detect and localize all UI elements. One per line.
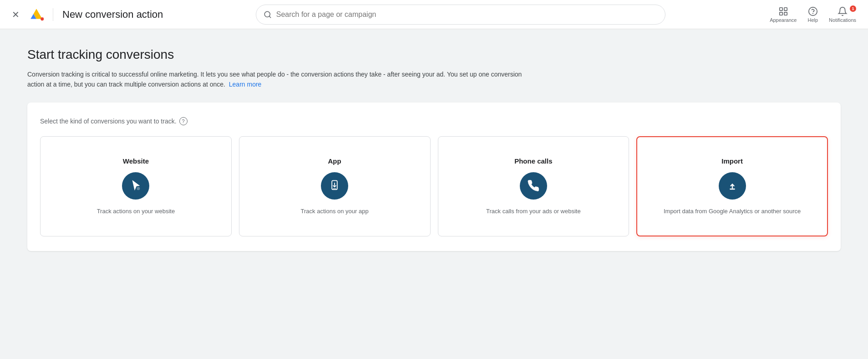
notifications-label: Notifications [829, 17, 856, 23]
header: ✕ New conversion action [0, 0, 868, 29]
phone-calls-card-icon [520, 172, 547, 200]
help-icon [808, 6, 818, 16]
close-button[interactable]: ✕ [7, 6, 24, 23]
google-ads-logo [29, 7, 44, 22]
section-title: Start tracking conversions [27, 47, 841, 62]
app-card-icon [321, 172, 348, 200]
import-card-title: Import [721, 157, 743, 165]
app-card-desc: Track actions on your app [301, 207, 369, 216]
card-help-icon[interactable]: ? [179, 117, 188, 125]
learn-more-link[interactable]: Learn more [229, 81, 262, 88]
appearance-icon [778, 6, 788, 16]
search-input-wrap [256, 5, 665, 25]
svg-point-12 [137, 187, 140, 190]
help-button[interactable]: Help [803, 4, 822, 26]
card-container: Select the kind of conversions you want … [27, 103, 841, 251]
search-input[interactable] [276, 10, 658, 19]
logo-container [29, 7, 44, 22]
header-right: Appearance Help 1 Notifications [765, 4, 861, 26]
svg-line-5 [269, 16, 270, 17]
import-card-icon [719, 172, 746, 200]
header-left: ✕ New conversion action [7, 6, 163, 23]
conversion-cards: Website Track actions on your website Ap… [40, 136, 828, 236]
card-subtitle-row: Select the kind of conversions you want … [40, 117, 828, 125]
import-card-desc: Import data from Google Analytics or ano… [664, 207, 801, 216]
svg-rect-8 [780, 12, 782, 15]
svg-point-10 [809, 7, 817, 15]
svg-rect-6 [780, 7, 782, 10]
svg-rect-7 [784, 7, 787, 10]
conversion-card-website[interactable]: Website Track actions on your website [40, 136, 232, 236]
appearance-button[interactable]: Appearance [765, 4, 801, 26]
website-card-title: Website [123, 157, 149, 165]
website-card-icon [122, 172, 149, 200]
help-label: Help [807, 17, 818, 23]
page-title: New conversion action [62, 9, 163, 21]
main-content: Start tracking conversions Conversion tr… [0, 29, 868, 269]
notifications-icon [838, 6, 848, 16]
phone-calls-card-title: Phone calls [514, 157, 552, 165]
notifications-button[interactable]: 1 Notifications [824, 4, 861, 26]
conversion-card-import[interactable]: Import Import data from Google Analytics… [636, 136, 828, 236]
app-card-title: App [328, 157, 341, 165]
logo-title-divider [53, 8, 53, 21]
section-description: Conversion tracking is critical to succe… [27, 69, 528, 90]
search-icon [264, 10, 272, 19]
notification-badge: 1 [850, 5, 856, 12]
svg-rect-9 [784, 12, 787, 15]
appearance-label: Appearance [770, 17, 797, 23]
card-subtitle-text: Select the kind of conversions you want … [40, 118, 177, 125]
conversion-card-app[interactable]: App Track actions on your app [239, 136, 431, 236]
phone-calls-card-desc: Track calls from your ads or website [486, 207, 581, 216]
conversion-card-phone-calls[interactable]: Phone calls Track calls from your ads or… [438, 136, 629, 236]
website-card-desc: Track actions on your website [97, 207, 175, 216]
section-desc-text: Conversion tracking is critical to succe… [27, 71, 522, 88]
search-bar [256, 5, 665, 25]
